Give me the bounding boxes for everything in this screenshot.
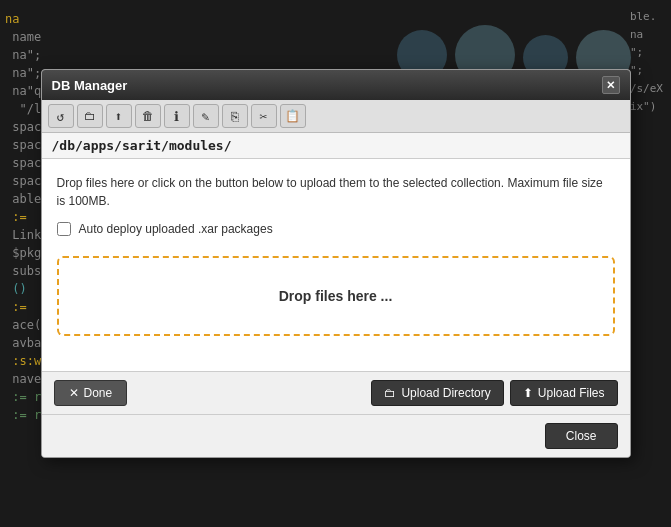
titlebar-close-button[interactable]: ✕ <box>602 76 620 94</box>
upload-files-button[interactable]: ⬆ Upload Files <box>510 380 618 406</box>
auto-deploy-row: Auto deploy uploaded .xar packages <box>57 222 615 236</box>
description-text: Drop files here or click on the button b… <box>57 174 615 210</box>
upload-dir-icon: 🗀 <box>384 386 396 400</box>
dialog-titlebar: DB Manager ✕ <box>42 70 630 100</box>
close-button[interactable]: Close <box>545 423 618 449</box>
bottom-close-row: Close <box>42 414 630 457</box>
toolbar-folder-button[interactable]: 🗀 <box>77 104 103 128</box>
toolbar-edit-button[interactable]: ✎ <box>193 104 219 128</box>
upload-directory-button[interactable]: 🗀 Upload Directory <box>371 380 503 406</box>
paste-icon: 📋 <box>285 109 300 123</box>
toolbar-info-button[interactable]: ℹ <box>164 104 190 128</box>
info-icon: ℹ <box>174 109 179 124</box>
done-x-icon: ✕ <box>69 386 79 400</box>
copy-icon: ⎘ <box>231 109 239 124</box>
toolbar-cut-button[interactable]: ✂ <box>251 104 277 128</box>
auto-deploy-label: Auto deploy uploaded .xar packages <box>79 222 273 236</box>
dialog-title: DB Manager <box>52 78 128 93</box>
delete-icon: 🗑 <box>142 109 154 123</box>
action-buttons: 🗀 Upload Directory ⬆ Upload Files <box>371 380 617 406</box>
dialog-footer: ✕ Done 🗀 Upload Directory ⬆ Upload Files <box>42 371 630 414</box>
done-button[interactable]: ✕ Done <box>54 380 128 406</box>
toolbar-paste-button[interactable]: 📋 <box>280 104 306 128</box>
dialog-body: Drop files here or click on the button b… <box>42 159 630 371</box>
toolbar-upload-button[interactable]: ⬆ <box>106 104 132 128</box>
refresh-icon: ↺ <box>57 109 65 124</box>
modal-overlay: DB Manager ✕ ↺ 🗀 ⬆ 🗑 ℹ ✎ ⎘ <box>0 0 671 527</box>
edit-icon: ✎ <box>202 109 210 124</box>
upload-icon: ⬆ <box>115 109 123 124</box>
toolbar-refresh-button[interactable]: ↺ <box>48 104 74 128</box>
current-path: /db/apps/sarit/modules/ <box>52 138 232 153</box>
cut-icon: ✂ <box>260 109 268 124</box>
toolbar: ↺ 🗀 ⬆ 🗑 ℹ ✎ ⎘ ✂ 📋 <box>42 100 630 133</box>
toolbar-delete-button[interactable]: 🗑 <box>135 104 161 128</box>
dialog: DB Manager ✕ ↺ 🗀 ⬆ 🗑 ℹ ✎ ⎘ <box>41 69 631 458</box>
auto-deploy-checkbox[interactable] <box>57 222 71 236</box>
toolbar-copy-button[interactable]: ⎘ <box>222 104 248 128</box>
upload-files-icon: ⬆ <box>523 386 533 400</box>
drop-zone[interactable]: Drop files here ... <box>57 256 615 336</box>
folder-icon: 🗀 <box>84 109 96 123</box>
drop-zone-text: Drop files here ... <box>279 288 393 304</box>
path-bar: /db/apps/sarit/modules/ <box>42 133 630 159</box>
